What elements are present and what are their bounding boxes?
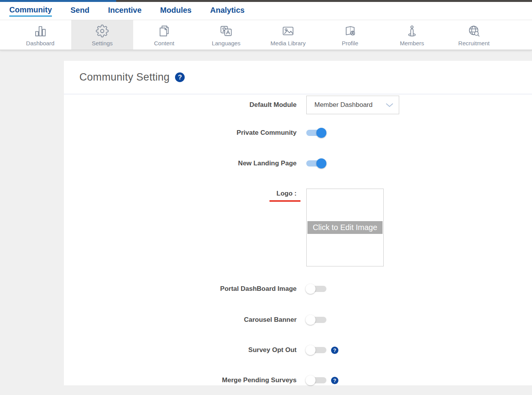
toggle-knob [316,158,326,168]
profile-card-icon [343,24,357,38]
icon-nav: Dashboard Settings Content Languages [0,20,532,50]
top-progress-bar [0,0,532,2]
survey-opt-out-help-icon[interactable]: ? [331,347,338,354]
tab-label: Media Library [271,40,306,46]
tab-languages[interactable]: Languages [195,20,257,50]
tab-members[interactable]: Members [381,20,443,50]
field-private-community: Private Community [64,127,532,138]
portal-dashboard-image-label: Portal DashBoard Image [64,285,297,293]
private-community-label: Private Community [64,129,297,137]
tab-label: Dashboard [26,40,54,46]
edit-image-button[interactable]: Click to Edit Image [307,221,383,234]
nav-item-analytics[interactable]: Analytics [210,6,245,16]
private-community-toggle[interactable] [306,130,326,136]
carousel-banner-label: Carousel Banner [64,316,297,324]
portal-dashboard-image-toggle[interactable] [306,286,326,292]
toggle-knob [305,345,316,355]
survey-opt-out-toggle[interactable] [306,347,326,353]
tab-content[interactable]: Content [133,20,195,50]
nav-item-community[interactable]: Community [9,5,52,17]
progress-rest-segment [116,0,532,2]
tab-settings[interactable]: Settings [71,20,133,50]
globe-search-icon [467,24,481,38]
person-icon [405,24,419,38]
field-carousel-banner: Carousel Banner [64,314,532,325]
progress-fill-segment [0,0,116,2]
default-module-select[interactable]: Member Dashboard [306,96,399,114]
merge-pending-surveys-toggle[interactable] [306,377,326,383]
gear-icon [96,24,109,38]
bar-chart-icon [34,24,47,38]
toggle-knob [305,284,316,294]
nav-item-incentive[interactable]: Incentive [108,6,142,16]
merge-pending-surveys-label: Merge Pending Surveys [64,376,297,384]
tab-recruitment[interactable]: Recruitment [443,20,505,50]
primary-nav: Community Send Incentive Modules Analyti… [0,2,532,20]
tab-label: Members [400,40,424,46]
panel-header: Community Setting ? [64,61,532,94]
default-module-label: Default Module [64,101,297,109]
tab-media-library[interactable]: Media Library [257,20,319,50]
tab-label: Recruitment [458,40,490,46]
nav-item-modules[interactable]: Modules [160,6,192,16]
tab-label: Settings [92,40,113,46]
toggle-knob [305,375,316,385]
page-help-icon[interactable]: ? [175,72,185,82]
main-area: Community Setting ? Default Module Membe… [0,50,532,385]
logo-label: Logo : [276,190,297,197]
field-survey-opt-out: Survey Opt Out ? [64,345,532,356]
field-default-module: Default Module Member Dashboard [64,96,532,114]
translate-icon [220,24,233,38]
chevron-down-icon [386,103,393,107]
toggle-knob [316,128,326,138]
merge-pending-surveys-help-icon[interactable]: ? [331,377,338,384]
field-logo: Logo : Click to Edit Image [64,189,532,266]
nav-item-send[interactable]: Send [70,6,89,16]
default-module-value: Member Dashboard [314,101,372,109]
image-icon [281,24,295,38]
community-setting-panel: Community Setting ? Default Module Membe… [64,61,532,385]
carousel-banner-toggle[interactable] [306,317,326,323]
new-landing-page-label: New Landing Page [64,160,297,167]
field-merge-pending-surveys: Merge Pending Surveys ? [64,375,532,386]
tab-label: Profile [342,40,359,46]
toggle-knob [305,315,316,325]
tab-label: Content [154,40,175,46]
new-landing-page-toggle[interactable] [306,160,326,167]
tab-label: Languages [212,40,240,46]
tab-profile[interactable]: Profile [319,20,381,50]
logo-upload-box[interactable]: Click to Edit Image [306,189,384,266]
survey-opt-out-label: Survey Opt Out [64,346,297,354]
documents-icon [158,24,171,38]
page-title: Community Setting [79,71,170,83]
tab-dashboard[interactable]: Dashboard [9,20,71,50]
field-new-landing-page: New Landing Page [64,158,532,169]
logo-red-underline [269,200,300,202]
field-portal-dashboard-image: Portal DashBoard Image [64,283,532,294]
